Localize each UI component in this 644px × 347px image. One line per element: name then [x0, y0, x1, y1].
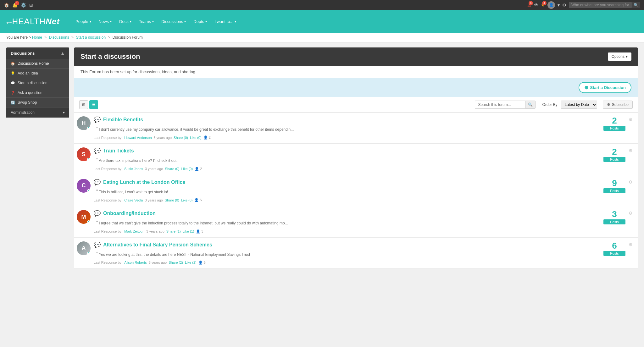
order-by-select[interactable]: Latest by Date Most Replies Most Views A… [561, 101, 597, 109]
share-action[interactable]: Share (2) [169, 261, 183, 264]
topbar-search-button[interactable]: 🔍 [632, 2, 640, 8]
breadcrumb-start-discussion[interactable]: Start a discussion [76, 35, 106, 40]
discussion-meta: Last Response by: Claire Veola 3 years a… [94, 198, 600, 202]
forum-controls: ⊞ ☰ 🔍 Order By Latest by Date Most Repli… [74, 97, 638, 113]
settings-icon[interactable]: ⚙ [562, 3, 566, 8]
discussion-title[interactable]: Onboarding/Induction [103, 211, 156, 216]
teams-dropdown-icon: ▾ [152, 20, 154, 23]
options-dropdown-icon: ▾ [626, 54, 628, 59]
sidebar-item-ask-question[interactable]: ❓ Ask a question [6, 88, 69, 98]
view-toggle: ⊞ ☰ [79, 100, 98, 109]
sidebar-item-label: Add an Idea [18, 71, 38, 75]
nav-item-docs[interactable]: Docs ▾ [116, 17, 135, 26]
breadcrumb-home[interactable]: Home [32, 35, 42, 40]
chat-sidebar-icon: 💬 [11, 81, 15, 85]
post-count-container: 6 Posts [603, 241, 625, 256]
discussion-gear-icon[interactable]: ⚙ [629, 211, 633, 216]
home-icon[interactable]: 🏠 [4, 3, 9, 8]
discussion-gear-icon[interactable]: ⚙ [629, 179, 633, 185]
brand-logo[interactable]: ♥~HEALTHNet [6, 17, 60, 26]
share-action[interactable]: Share (1) [166, 229, 181, 233]
discussion-title[interactable]: Flexible Benefits [103, 117, 143, 123]
participant-count: 👤 2 [203, 135, 211, 140]
start-discussion-button[interactable]: ⊕ Start a Discussion [579, 82, 631, 93]
share-action[interactable]: Share (0) [165, 167, 180, 171]
forum-search: 🔍 [475, 101, 536, 109]
discussion-chat-icon: 💬 [94, 241, 101, 248]
discussion-title[interactable]: Alternatives to Final Salary Pension Sch… [103, 242, 212, 248]
discussion-meta: Last Response by: Howard Anderson 3 year… [94, 135, 600, 140]
chevron-down-icon[interactable]: ▾ [558, 3, 560, 8]
brand-net: Net [46, 17, 60, 26]
sidebar-collapse-button[interactable]: ▲ [60, 51, 65, 56]
top-bar-left-icons: 🏠 🔔 1 ⚙️ ⊞ [4, 3, 33, 8]
last-response-author[interactable]: Mark Zeitoun [124, 229, 144, 233]
like-action[interactable]: Like (0) [181, 198, 193, 202]
breadcrumb-current: Discussion Forum [113, 35, 143, 40]
main-nav: People ▾ News ▾ Docs ▾ Teams ▾ Discussio… [72, 17, 239, 26]
post-count-number: 3 [603, 210, 625, 219]
eye-icon[interactable]: 👁 [534, 3, 538, 8]
share-action[interactable]: Share (0) [165, 198, 179, 202]
admin-dropdown-icon: ▾ [63, 110, 65, 115]
bell-icon[interactable]: 🔔 1 [12, 3, 18, 8]
participant-count: 👤 3 [196, 229, 203, 234]
post-count-container: 2 Posts [603, 116, 625, 131]
topbar-search-input[interactable] [569, 2, 632, 8]
nav-item-iwantto[interactable]: I want to... ▾ [211, 17, 239, 26]
breadcrumb-prefix: You are here > [6, 35, 32, 40]
discussion-gear-icon[interactable]: ⚙ [629, 148, 633, 153]
grid-view-button[interactable]: ⊞ [79, 100, 88, 109]
sidebar-item-add-idea[interactable]: 💡 Add an Idea [6, 69, 69, 78]
last-response-author[interactable]: Howard Anderson [124, 136, 152, 140]
last-response-author[interactable]: Claire Veola [124, 198, 143, 202]
last-response-author[interactable]: Susie Jones [124, 167, 143, 171]
like-action[interactable]: Like (2) [185, 261, 197, 264]
subscribe-button[interactable]: ⚙ Subscribe [603, 101, 633, 109]
depts-dropdown-icon: ▾ [205, 20, 207, 23]
grid-icon[interactable]: ⊞ [29, 3, 33, 8]
nav-item-news[interactable]: News ▾ [96, 17, 115, 26]
subscribe-icon: ⚙ [607, 102, 610, 107]
forum-search-button[interactable]: 🔍 [525, 101, 536, 109]
nav-item-depts[interactable]: Depts ▾ [190, 17, 210, 26]
discussion-gear-icon[interactable]: ⚙ [629, 242, 633, 247]
notification-badge: 1 [15, 1, 19, 5]
avatar: H [77, 116, 91, 130]
options-button[interactable]: Options ▾ [608, 52, 631, 61]
alert-icon[interactable]: ⚠ 6 [527, 3, 531, 8]
discussion-meta: Last Response by: Mark Zeitoun 3 years a… [94, 229, 600, 234]
discussion-gear-icon[interactable]: ⚙ [629, 117, 633, 122]
like-action[interactable]: Like (1) [183, 229, 194, 233]
discussion-chat-icon: 💬 [94, 179, 101, 186]
sidebar-item-discussions-home[interactable]: 🏠 Discussions Home [6, 59, 69, 69]
gear-icon[interactable]: ⚙️ [21, 3, 26, 8]
participant-count: 👤 5 [198, 261, 206, 265]
last-response-author[interactable]: Alison Roberts [124, 261, 147, 264]
sidebar-title: Discussions [11, 51, 35, 56]
like-action[interactable]: Like (0) [190, 136, 202, 140]
breadcrumb-discussions[interactable]: Discussions [49, 35, 69, 40]
sidebar-item-administration[interactable]: Administration ▾ [6, 107, 69, 118]
discussion-body: 💬 Onboarding/Induction I agree that we c… [94, 210, 600, 233]
forum-search-input[interactable] [475, 101, 525, 109]
discussion-chat-icon: 💬 [94, 210, 101, 217]
like-action[interactable]: Like (0) [181, 167, 193, 171]
user-avatar[interactable]: 👤 [547, 1, 555, 9]
discussion-title[interactable]: Train Tickets [103, 148, 134, 154]
docs-dropdown-icon: ▾ [130, 20, 131, 23]
nav-item-discussions[interactable]: Discussions ▾ [158, 17, 189, 26]
nav-item-people[interactable]: People ▾ [72, 17, 94, 26]
nav-item-teams[interactable]: Teams ▾ [136, 17, 157, 26]
sidebar-item-start-discussion[interactable]: 💬 Start a discussion [6, 78, 69, 88]
main-content: Start a discussion Options ▾ This Forum … [74, 47, 638, 347]
share-action[interactable]: Share (0) [174, 136, 188, 140]
participant-count: 👤 5 [194, 198, 202, 202]
time-ago: 3 years ago [145, 198, 163, 202]
star-icon[interactable]: ★ 4 [541, 3, 545, 8]
discussion-title[interactable]: Eating Lunch at the London Office [103, 179, 185, 185]
list-view-button[interactable]: ☰ [89, 100, 98, 109]
sidebar-item-swop-shop[interactable]: 🔄 Swop Shop [6, 98, 69, 107]
post-count-number: 2 [603, 116, 625, 125]
swap-icon: 🔄 [11, 101, 15, 105]
